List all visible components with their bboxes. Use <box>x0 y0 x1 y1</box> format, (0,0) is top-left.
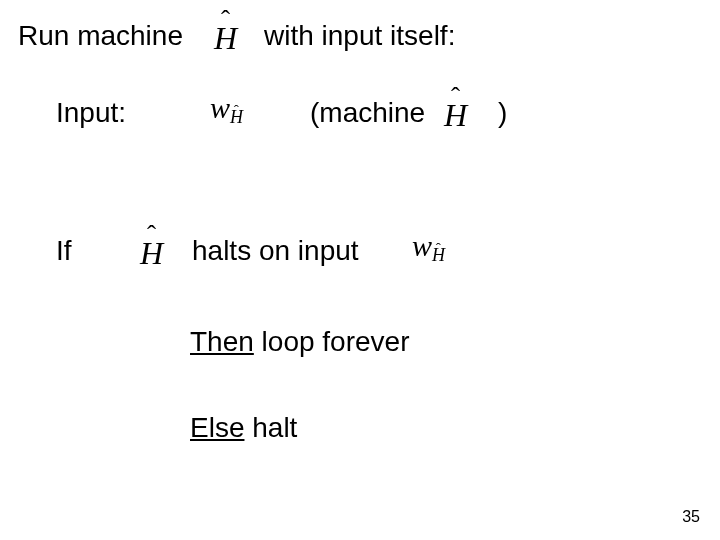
page-number: 35 <box>682 508 700 526</box>
text-halts-on-input: halts on input <box>192 235 359 266</box>
symbol-Hhat-1: ˆ H <box>214 20 237 57</box>
text-input-label: Input: <box>56 97 126 128</box>
text-machine-close: ) <box>498 97 507 128</box>
hat-accent-sub: ˆ <box>234 101 239 119</box>
symbol-Hhat-3: ˆ H <box>140 235 163 272</box>
symbol-wHhat-1: w ˆ H <box>210 91 243 128</box>
symbol-wHhat-2: w ˆ H <box>412 229 445 266</box>
hat-accent: ˆ <box>221 5 230 36</box>
text-if: If <box>56 235 72 266</box>
text-run-machine: Run machine <box>18 20 183 51</box>
text-with-input-itself: with input itself: <box>264 20 455 51</box>
symbol-w-2: w <box>412 229 432 262</box>
text-loop-forever: loop forever <box>254 326 410 357</box>
text-halt: halt <box>244 412 297 443</box>
symbol-Hhat-2: ˆ H <box>444 97 467 134</box>
text-then: Then <box>190 326 254 357</box>
text-machine-open: (machine <box>310 97 425 128</box>
hat-accent-3: ˆ <box>147 220 156 251</box>
symbol-w: w <box>210 91 230 124</box>
hat-accent-sub-2: ˆ <box>436 239 441 257</box>
hat-accent-2: ˆ <box>451 82 460 113</box>
text-else: Else <box>190 412 244 443</box>
